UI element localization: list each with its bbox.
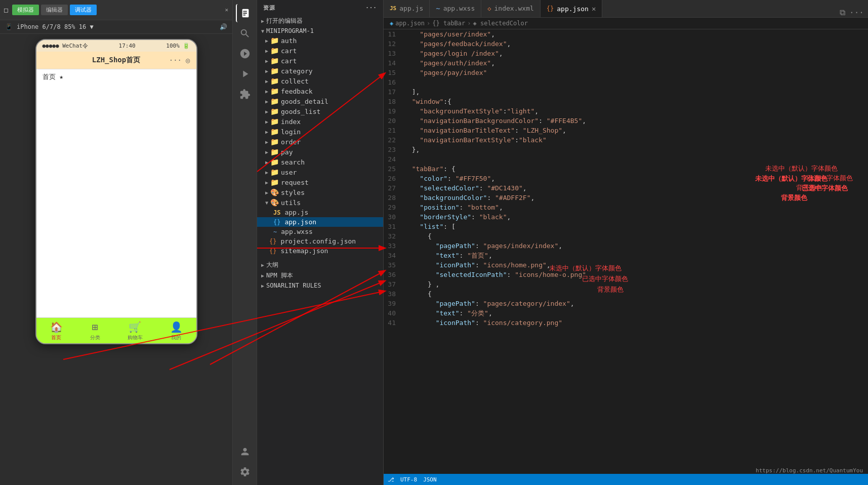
debugger-button[interactable]: 调试器: [70, 5, 97, 15]
tab-appjs[interactable]: JS app.js: [384, 0, 430, 17]
folder-utils[interactable]: ▼ 🎨 utils: [257, 197, 383, 208]
code-line-40: 40 "text": "分类",: [384, 308, 868, 318]
miniprogram-label: MINIPROGRAM-1: [266, 27, 314, 34]
file-appjs[interactable]: JS app.js: [257, 208, 383, 217]
folder-user-label: user: [281, 169, 297, 176]
folder-goods-list[interactable]: ▶ 📁 goods_list: [257, 106, 383, 116]
line-content-39: "pagePath": "pages/category/index",: [404, 299, 868, 308]
outline-chevron-icon: ▶: [261, 262, 264, 268]
simulator-icon: □: [4, 6, 8, 14]
code-line-19: 19 "backgroundTextStyle":"light",: [384, 106, 868, 116]
folder-request[interactable]: ▶ 📁 request: [257, 177, 383, 187]
folder-pay[interactable]: ▶ 📁 pay: [257, 147, 383, 157]
breadcrumb-selected-color[interactable]: ◈ selectedColor: [473, 20, 528, 27]
line-num-17: 17: [384, 87, 404, 97]
npm-label: NPM 脚本: [266, 271, 293, 280]
settings-icon[interactable]: [236, 463, 254, 481]
miniprogram-header[interactable]: ▼ MINIPROGRAM-1: [257, 26, 383, 35]
line-content-15: "pages/pay/index": [404, 68, 868, 77]
chevron-right-icon: ▶: [261, 18, 264, 24]
activity-bar: [233, 0, 257, 485]
tab-indexwxml[interactable]: ◇ index.wxml: [481, 0, 541, 17]
editor-button[interactable]: 编辑器: [41, 5, 68, 15]
line-content-41: "iconPath": "icons/category.png": [404, 318, 868, 328]
wxml-lang-icon: ◇: [487, 5, 491, 12]
line-num-40: 40: [384, 308, 404, 318]
file-appjson[interactable]: {} app.json: [257, 217, 383, 227]
code-line-12: 12 "pages/feedback/index",: [384, 39, 868, 49]
tab-cart[interactable]: 🛒 购物车: [128, 321, 143, 341]
line-num-19: 19: [384, 106, 404, 116]
breadcrumb-appjson[interactable]: app.json: [395, 20, 425, 27]
tab-appwxss[interactable]: ~ app.wxss: [430, 0, 481, 17]
code-line-37: 37 } ,: [384, 279, 868, 289]
folder-icon: 📁: [270, 47, 279, 55]
folder-index[interactable]: ▶ 📁 index: [257, 116, 383, 127]
editor-actions: ⧉ ···: [836, 8, 868, 17]
folder-user[interactable]: ▶ 📁 user: [257, 167, 383, 177]
line-content-24: [404, 154, 868, 164]
code-line-26: 26 "color": "#FF7F50", 未选中（默认）字体颜色: [384, 174, 868, 183]
folder-utils-label: utils: [281, 199, 301, 207]
tab-user[interactable]: 👤 我的: [170, 321, 183, 341]
code-line-35: 35 "iconPath": "icons/home.png",: [384, 260, 868, 270]
split-editor-icon[interactable]: ⧉: [840, 8, 845, 17]
outline-header[interactable]: ▶ 大纲: [257, 260, 383, 270]
folder-cart2-label: cart: [281, 57, 297, 65]
folder-icon: 📁: [270, 67, 279, 75]
folder-search[interactable]: ▶ 📁 search: [257, 157, 383, 167]
npm-header[interactable]: ▶ NPM 脚本: [257, 270, 383, 281]
explorer-title: 资源: [263, 4, 275, 12]
line-content-11: "pages/user/index",: [404, 29, 868, 39]
more-icon[interactable]: ···: [169, 56, 182, 64]
folder-auth[interactable]: ▶ 📁 auth: [257, 35, 383, 46]
git-icon[interactable]: [236, 45, 254, 63]
line-content-38: {: [404, 289, 868, 299]
tab-close-icon[interactable]: ✕: [592, 5, 596, 13]
folder-cart1[interactable]: ▶ 📁 cart: [257, 46, 383, 56]
tab-category[interactable]: ⊞ 分类: [90, 321, 100, 341]
search-activity-icon[interactable]: [236, 24, 254, 43]
file-appwxss[interactable]: ~ app.wxss: [257, 227, 383, 236]
opened-editors-header[interactable]: ▶ 打开的编辑器: [257, 16, 383, 26]
code-line-17: 17 ],: [384, 87, 868, 97]
breadcrumb-sep2: ›: [467, 20, 471, 27]
line-content-34: "text": "首页",: [404, 251, 868, 260]
folder-goods-list-label: goods_list: [281, 108, 320, 115]
code-line-31: 31 "list": [: [384, 222, 868, 231]
line-num-36: 36: [384, 270, 404, 279]
folder-login[interactable]: ▶ 📁 login: [257, 127, 383, 137]
folder-feedback[interactable]: ▶ 📁 feedback: [257, 86, 383, 96]
folder-collect[interactable]: ▶ 📁 collect: [257, 76, 383, 86]
folder-styles[interactable]: ▶ 🎨 styles: [257, 187, 383, 197]
editor-area: JS app.js ~ app.wxss ◇ index.wxml {} app…: [384, 0, 868, 485]
phone-tabbar[interactable]: 🏠 首页 ⊞ 分类 🛒 购物车 👤 我的: [36, 317, 196, 343]
line-content-18: "window":{: [404, 97, 868, 106]
tab-home[interactable]: 🏠 首页: [50, 321, 63, 341]
tab-appjson[interactable]: {} app.json ✕: [541, 0, 603, 17]
folder-icon: 📁: [270, 148, 279, 156]
simulator-button[interactable]: 模拟器: [12, 5, 39, 15]
folder-cart1-label: cart: [281, 47, 297, 55]
folder-goods-detail[interactable]: ▶ 📁 goods_detail: [257, 96, 383, 106]
explorer-more-icon[interactable]: ···: [365, 5, 377, 11]
code-line-30: 30 "borderStyle": "black",: [384, 212, 868, 222]
device-selector[interactable]: 📱 iPhone 6/7/8 85% 16 ▼ 🔊: [0, 20, 232, 34]
phone-nav-bar: LZH_Shop首页 ··· ◎: [36, 52, 196, 69]
folder-order[interactable]: ▶ 📁 order: [257, 137, 383, 147]
explorer-icon[interactable]: [236, 4, 254, 22]
code-editor[interactable]: 11 "pages/user/index", 12 "pages/feedbac…: [384, 29, 868, 474]
device-label: iPhone 6/7/8 85% 16 ▼: [17, 23, 94, 30]
run-icon[interactable]: [236, 65, 254, 83]
breadcrumb-tabbar[interactable]: {} tabBar: [432, 20, 465, 27]
tab-appjson-label: app.json: [557, 5, 589, 13]
folder-category[interactable]: ▶ 📁 category: [257, 66, 383, 76]
sonarlint-header[interactable]: ▶ SONARLINT RULES: [257, 281, 383, 290]
extensions-icon[interactable]: [236, 85, 254, 103]
file-project-config[interactable]: {} project.config.json: [257, 236, 383, 246]
line-content-31: "list": [: [404, 222, 868, 231]
account-icon[interactable]: [236, 442, 254, 461]
file-sitemap[interactable]: {} sitemap.json: [257, 246, 383, 256]
folder-cart2[interactable]: ▶ 📁 cart: [257, 56, 383, 66]
more-actions-icon[interactable]: ···: [849, 8, 864, 17]
